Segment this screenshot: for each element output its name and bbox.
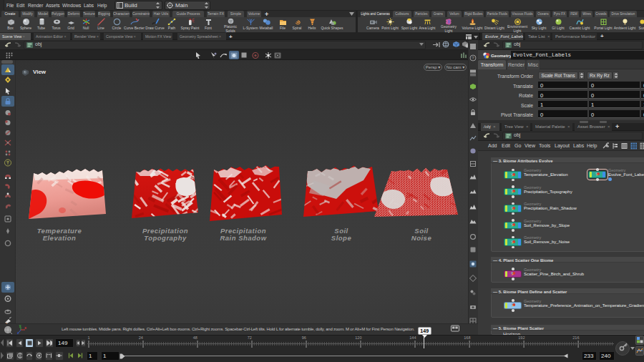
svg-text:z: z [17,331,19,335]
svg-text:x: x [24,326,27,330]
